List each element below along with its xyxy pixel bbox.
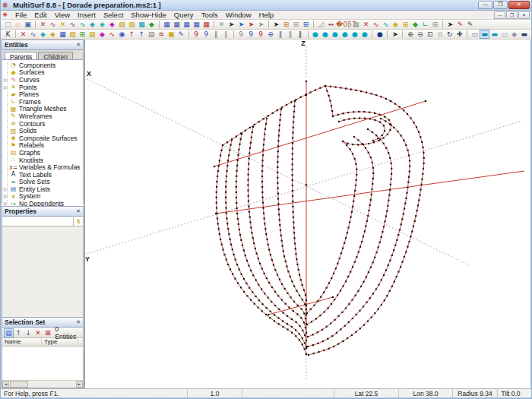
view-iso-icon[interactable]: ● <box>340 30 350 39</box>
hull-curve[interactable] <box>217 145 306 354</box>
close-button[interactable]: ✕ <box>508 1 530 9</box>
new-file-icon[interactable]: ▢ <box>3 20 13 29</box>
expander-icon[interactable]: ▷ <box>4 193 9 199</box>
win-current-icon[interactable]: ▬ <box>480 30 489 39</box>
menu-window[interactable]: Window <box>222 11 255 19</box>
tree-item-relabels[interactable]: ⚑Relabels <box>2 142 83 150</box>
hull-wireframe-canvas[interactable]: ZXY <box>85 40 530 388</box>
insert-point-icon[interactable]: ✕ <box>38 20 48 29</box>
ins2-ring-icon[interactable]: ◉ <box>117 30 127 39</box>
menu-help[interactable]: Help <box>255 11 278 19</box>
menu-file[interactable]: File <box>11 11 30 19</box>
ins2-surface-y-icon[interactable]: ◈ <box>48 30 58 39</box>
refresh-view-icon[interactable]: ↻ <box>445 30 454 39</box>
tool-pen-icon[interactable]: ✎ <box>465 20 475 29</box>
selset-list-icon[interactable]: ▤ <box>4 328 14 337</box>
show-group-icon[interactable]: ‖ <box>221 30 231 39</box>
insert-bead-icon[interactable]: ✕ <box>58 20 68 29</box>
snap-grid-icon[interactable]: ⊞ <box>281 20 291 29</box>
edit-surface-icon[interactable]: ◈ <box>391 20 401 29</box>
view-plan-icon[interactable]: ● <box>331 30 340 39</box>
column-header-name[interactable]: Name <box>2 338 42 346</box>
viewport-3d[interactable]: ZXY <box>84 40 530 388</box>
maximize-button[interactable]: ❐ <box>493 1 508 9</box>
selset-move-down-icon[interactable]: ↓ <box>24 328 33 337</box>
properties-entity-combo[interactable]: ↯ <box>2 217 83 226</box>
insert-surface-rev-icon[interactable]: ◈ <box>107 20 117 29</box>
pointer-mode-icon[interactable]: ➤ <box>271 20 281 29</box>
menu-edit[interactable]: Edit <box>30 11 50 19</box>
ins2-contours-icon[interactable]: ≋ <box>157 30 166 39</box>
tree-item-text-labels[interactable]: AText Labels <box>2 171 83 179</box>
ins2-mesh-icon[interactable]: ▦ <box>58 30 68 39</box>
expander-icon[interactable]: ▷ <box>4 77 9 83</box>
hull-curve[interactable] <box>307 137 373 325</box>
insert-surface-loft-icon[interactable]: ◈ <box>97 20 107 29</box>
ins2-grid-icon[interactable]: ⊞ <box>78 30 87 39</box>
expander-icon[interactable]: ▷ <box>4 186 9 192</box>
hull-curve[interactable] <box>223 86 325 145</box>
pin-visibility-icon[interactable]: 9 <box>236 30 246 39</box>
hull-curve[interactable] <box>333 112 391 145</box>
view-body-icon[interactable]: ● <box>311 30 321 39</box>
entities-close-icon[interactable]: ✕ <box>76 42 81 48</box>
open-folder-icon[interactable]: ▱ <box>13 20 23 29</box>
tree-item-planes[interactable]: ▰Planes <box>2 90 83 98</box>
hide-group-icon[interactable]: ‖ <box>211 30 221 39</box>
window-red-icon[interactable]: ▦ <box>201 20 211 29</box>
edit-curve-cyan-icon[interactable]: ∿ <box>381 20 391 29</box>
window-side-icon[interactable]: ▦ <box>172 20 182 29</box>
menu-show-hide[interactable]: Show-Hide <box>127 11 169 19</box>
properties-close-icon[interactable]: ✕ <box>76 208 81 214</box>
selset-move-up-icon[interactable]: ↑ <box>14 328 24 337</box>
child-minimize-button[interactable]: — <box>494 11 505 19</box>
show-selected-icon[interactable]: ‖ <box>286 30 296 39</box>
measure-offsets-icon[interactable]: �067 <box>336 20 346 29</box>
win-teal-icon[interactable]: ▬ <box>489 30 499 39</box>
tree-item-contours[interactable]: ≋Contours <box>2 120 83 128</box>
tree-item-no-dependents[interactable]: ▷↪No Dependents <box>2 200 83 206</box>
properties-filter-icon[interactable]: ↯ <box>73 217 83 226</box>
view-persp-icon[interactable]: ● <box>350 30 359 39</box>
select-curve-icon[interactable]: ➤ <box>246 20 256 29</box>
hull-curve[interactable] <box>236 134 306 340</box>
selset-clear-icon[interactable]: ⊠ <box>43 328 53 337</box>
selection-set-hscrollbar[interactable]: ◄ ► <box>2 380 83 388</box>
hull-curve[interactable] <box>308 119 410 347</box>
edit-point-icon[interactable]: ✕ <box>361 20 371 29</box>
insert-entity-green-icon[interactable]: ◆ <box>147 20 157 29</box>
tab-children[interactable]: Children <box>38 52 73 59</box>
edit-grid-yellow-icon[interactable]: ⊞ <box>401 20 410 29</box>
ins2-surface-icon[interactable]: ◈ <box>38 30 48 39</box>
scroll-track[interactable] <box>28 381 76 388</box>
insert-mesh-icon[interactable]: ▩ <box>137 20 147 29</box>
ins2-curve-icon[interactable]: ∿ <box>107 30 117 39</box>
insert-solid-block-icon[interactable]: ▨ <box>127 20 137 29</box>
hull-curve[interactable] <box>308 129 391 337</box>
ins2-up-blue-icon[interactable]: ↑ <box>137 30 147 39</box>
window-persp-icon[interactable]: ▦ <box>192 20 201 29</box>
insert-wave-icon[interactable]: ∿ <box>78 20 87 29</box>
zoom-in-icon[interactable]: ⊕ <box>405 30 415 39</box>
ins2-box-icon[interactable]: ▣ <box>166 30 176 39</box>
edit-grid-icon[interactable]: ⊞ <box>430 20 440 29</box>
scroll-right-icon[interactable]: ► <box>76 381 83 388</box>
edit-frame-icon[interactable]: ∟ <box>420 20 430 29</box>
tree-item-composite-surfaces[interactable]: ◈Composite Surfaces <box>2 135 83 142</box>
ins2-up-red-icon[interactable]: ↑ <box>127 30 137 39</box>
select-pointer-icon[interactable]: ➤ <box>226 20 236 29</box>
menu-insert[interactable]: Insert <box>74 11 100 19</box>
menu-select[interactable]: Select <box>100 11 127 19</box>
save-icon[interactable]: ▣ <box>23 20 33 29</box>
snap-mixed-icon[interactable]: ⊞ <box>301 20 311 29</box>
tree-item-wireframes[interactable]: ✎Wireframes <box>2 112 83 120</box>
pan-view-icon[interactable]: ✚ <box>454 30 464 39</box>
insert-curve-icon[interactable]: ∿ <box>48 20 58 29</box>
expander-icon[interactable]: ▷ <box>4 201 9 206</box>
child-close-button[interactable]: ✕ <box>518 11 530 19</box>
ins2-solid-icon[interactable]: ▧ <box>68 30 78 39</box>
select-point-icon[interactable]: ➤ <box>236 20 246 29</box>
zoom-window-icon[interactable]: ⊡ <box>425 30 435 39</box>
tree-item-curves[interactable]: ▷∿Curves <box>2 76 83 84</box>
edit-green-icon[interactable]: ◆ <box>410 20 420 29</box>
